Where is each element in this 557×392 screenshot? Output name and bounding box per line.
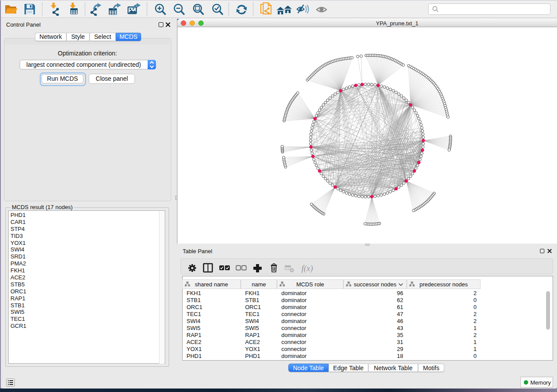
svg-text:f(x): f(x) <box>301 264 313 273</box>
